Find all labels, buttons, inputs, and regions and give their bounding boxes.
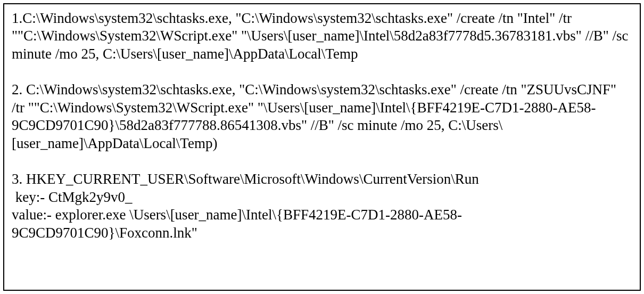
item-3: 3. HKEY_CURRENT_USER\Software\Microsoft\… bbox=[12, 170, 632, 242]
document-frame: 1.C:\Windows\system32\schtasks.exe, "C:\… bbox=[3, 3, 641, 291]
item-1: 1.C:\Windows\system32\schtasks.exe, "C:\… bbox=[12, 10, 632, 63]
spacer bbox=[12, 63, 632, 81]
item-2: 2. C:\Windows\system32\schtasks.exe, "C:… bbox=[12, 81, 632, 152]
spacer bbox=[12, 152, 632, 170]
